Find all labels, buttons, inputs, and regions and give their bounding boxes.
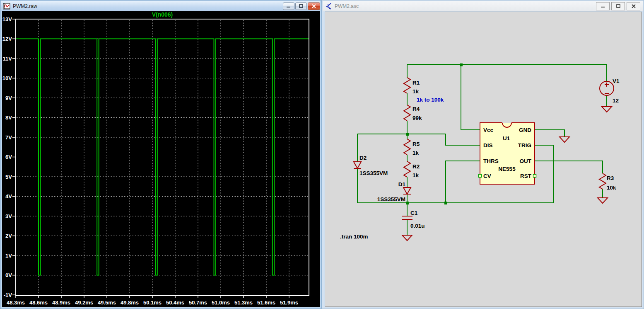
- maximize-button-2[interactable]: [611, 2, 625, 10]
- svg-text:R3: R3: [607, 175, 614, 181]
- maximize-button[interactable]: [295, 2, 307, 10]
- x-axis-label: 49.2ms: [75, 299, 93, 306]
- svg-text:1k: 1k: [412, 88, 419, 95]
- svg-text:R2: R2: [412, 163, 420, 170]
- svg-text:GND: GND: [519, 127, 531, 133]
- trace-title[interactable]: V(n006): [152, 11, 173, 18]
- waveform-titlebar[interactable]: PWM2.raw: [1, 1, 320, 11]
- waveform-app-icon: [3, 3, 10, 10]
- spice-directive[interactable]: .tran 100m: [340, 234, 368, 240]
- schematic-window: PWM2.asc: [322, 0, 644, 309]
- svg-text:D2: D2: [359, 155, 367, 161]
- y-axis-label: -1V: [4, 292, 12, 298]
- minimize-button[interactable]: [283, 2, 294, 10]
- svg-text:TRIG: TRIG: [518, 142, 531, 148]
- y-axis-label: 12V: [2, 36, 12, 42]
- resistor-R2[interactable]: R2 1k: [404, 161, 420, 178]
- y-axis-label: 4V: [5, 193, 12, 200]
- schematic-app-icon: [325, 3, 332, 10]
- minimize-button-2[interactable]: [596, 2, 610, 10]
- x-axis-label: 48.6ms: [29, 299, 48, 306]
- y-axis-ticks: [12, 19, 15, 295]
- y-axis-label: 9V: [5, 95, 12, 101]
- x-axis-label: 51.0ms: [212, 299, 230, 306]
- x-axis-label: 48.9ms: [52, 299, 70, 306]
- schematic-window-title: PWM2.asc: [335, 3, 359, 9]
- svg-text:CV: CV: [483, 173, 491, 179]
- svg-text:0.01u: 0.01u: [410, 223, 425, 229]
- svg-text:THRS: THRS: [483, 158, 499, 164]
- resistor-R1[interactable]: R1 1k: [404, 78, 420, 95]
- y-axis-label: 3V: [5, 213, 12, 219]
- svg-text:C1: C1: [410, 210, 418, 216]
- x-axis-label: 50.4ms: [166, 299, 184, 306]
- y-axis-labels: 13V12V11V10V9V8V7V6V5V4V3V2V1V0V-1V: [2, 16, 12, 298]
- svg-text:1SS355VM: 1SS355VM: [359, 170, 388, 176]
- x-axis-label: 51.9ms: [280, 299, 298, 306]
- x-axis-label: 49.5ms: [98, 299, 116, 306]
- waveform-window-title: PWM2.raw: [13, 3, 37, 9]
- svg-text:R1: R1: [412, 80, 420, 86]
- svg-text:R5: R5: [412, 141, 420, 147]
- diode-D1[interactable]: D1 1SS355VM: [377, 181, 411, 202]
- close-button-2[interactable]: [627, 2, 640, 10]
- open-pin-CV: [479, 175, 482, 178]
- svg-text:R4: R4: [412, 106, 420, 112]
- y-axis-label: 5V: [5, 174, 12, 180]
- desktop: PWM2.raw 13V12V11V10V9V8V7V6V5V4V3V2V1V0…: [0, 0, 644, 309]
- open-pin-RST: [533, 175, 536, 178]
- y-axis-label: 7V: [5, 134, 12, 141]
- svg-text:U1: U1: [503, 135, 510, 141]
- svg-text:DIS: DIS: [483, 142, 493, 148]
- y-axis-label: 13V: [2, 16, 12, 22]
- capacitor-C1[interactable]: C1 0.01u: [402, 210, 425, 229]
- resistor-R4[interactable]: R4 99k: [404, 105, 422, 121]
- plot-gridlines: [17, 20, 308, 294]
- svg-text:OUT: OUT: [520, 158, 532, 164]
- close-button[interactable]: [308, 2, 320, 10]
- svg-text:12: 12: [613, 97, 619, 104]
- x-axis-label: 51.3ms: [234, 299, 253, 306]
- schematic-titlebar[interactable]: PWM2.asc: [323, 1, 643, 11]
- svg-text:Vcc: Vcc: [483, 127, 494, 133]
- svg-text:D1: D1: [398, 181, 406, 187]
- ic-U1-NE555[interactable]: Vcc DIS THRS CV GND TRIG OUT RST U1 NE55…: [479, 123, 536, 184]
- y-axis-label: 0V: [5, 272, 12, 278]
- x-axis-label: 50.1ms: [143, 299, 162, 306]
- svg-text:V1: V1: [613, 78, 620, 84]
- svg-text:1k: 1k: [412, 172, 419, 178]
- svg-text:1k: 1k: [412, 150, 419, 156]
- schematic-canvas[interactable]: R1 1k R4 99k R5 1k R2 1k: [325, 12, 642, 307]
- y-axis-label: 11V: [3, 56, 12, 62]
- resistor-R3[interactable]: R3 10k: [599, 173, 616, 191]
- resistor-R5[interactable]: R5 1k: [404, 139, 420, 156]
- x-axis-ticks: [16, 296, 289, 298]
- x-axis-label: 49.8ms: [121, 299, 139, 306]
- y-axis-label: 10V: [2, 75, 12, 81]
- svg-text:99k: 99k: [412, 115, 422, 121]
- x-axis-label: 48.3ms: [7, 299, 25, 306]
- y-axis-label: 6V: [5, 154, 12, 160]
- x-axis-labels: 48.3ms48.6ms48.9ms49.2ms49.5ms49.8ms50.1…: [7, 299, 298, 306]
- diode-D2[interactable]: D2 1SS355VM: [354, 155, 388, 176]
- y-axis-label: 1V: [5, 253, 12, 259]
- x-axis-label: 50.7ms: [189, 299, 207, 306]
- voltage-source-V1[interactable]: V1 12: [600, 78, 620, 104]
- svg-text:1SS355VM: 1SS355VM: [377, 196, 405, 202]
- waveform-window: PWM2.raw 13V12V11V10V9V8V7V6V5V4V3V2V1V0…: [0, 0, 321, 309]
- x-axis-label: 51.6ms: [257, 299, 275, 306]
- svg-text:10k: 10k: [607, 185, 616, 191]
- svg-text:NE555: NE555: [498, 166, 516, 172]
- waveform-plot-area[interactable]: 13V12V11V10V9V8V7V6V5V4V3V2V1V0V-1V 48.3…: [2, 11, 320, 307]
- annotation-comment[interactable]: 1k to 100k: [417, 97, 444, 103]
- svg-text:RST: RST: [520, 173, 532, 179]
- y-axis-label: 2V: [5, 233, 12, 239]
- y-axis-label: 8V: [5, 114, 12, 121]
